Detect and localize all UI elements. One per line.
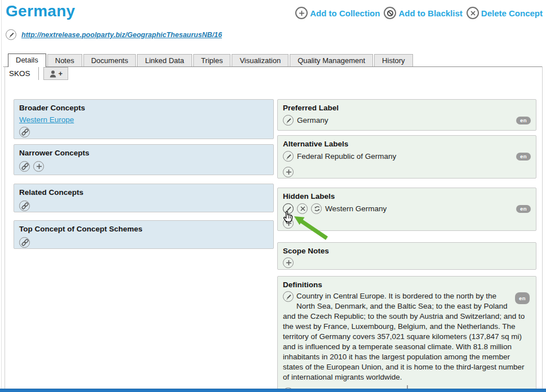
subtab-add-user[interactable]: + (43, 67, 69, 80)
definitions-title: Definitions (283, 280, 531, 289)
chain-link-icon[interactable] (19, 127, 30, 137)
definition-text: Country in Central Europe. It is bordere… (283, 292, 525, 381)
x-circle-icon[interactable] (297, 203, 308, 214)
tab-notes[interactable]: Notes (47, 54, 82, 66)
preferred-label-value: Germany (297, 116, 329, 124)
delete-concept-label: Delete Concept (481, 8, 543, 18)
x-circle-icon (467, 7, 479, 19)
add-user-plus-label: + (59, 69, 63, 78)
panel-left-border (5, 66, 5, 389)
plus-circle-icon[interactable] (283, 167, 294, 177)
tab-history[interactable]: History (374, 54, 412, 66)
convert-refresh-icon[interactable] (311, 203, 322, 214)
concept-uri-row: http://nextrelease.poolparty.biz/Geograp… (6, 29, 222, 40)
related-concepts-title: Related Concepts (19, 188, 268, 197)
sub-tabbar: SKOS + (8, 67, 68, 80)
poolparty-concept-page: Germany Add to Collection Add to Blackli… (0, 0, 546, 392)
chain-link-icon[interactable] (19, 161, 30, 172)
plus-circle-icon[interactable] (33, 161, 44, 172)
edit-pencil-icon[interactable] (283, 151, 294, 162)
main-tabbar: Details Notes Documents Linked Data Trip… (3, 54, 543, 67)
tab-linked-data[interactable]: Linked Data (137, 54, 192, 66)
hidden-label-value: Western Germany (325, 204, 387, 213)
no-entry-icon (384, 7, 396, 19)
tab-documents[interactable]: Documents (83, 54, 136, 66)
alternative-label-entry: Federal Republic of Germany en (283, 151, 531, 162)
window-left-edge (1, 0, 2, 389)
hidden-labels-panel: Hidden Labels Western Germany en (277, 188, 536, 231)
narrower-concepts-title: Narrower Concepts (19, 149, 268, 157)
add-to-collection-label: Add to Collection (310, 8, 380, 18)
bottom-scroll-bar[interactable] (0, 389, 546, 392)
tab-visualization[interactable]: Visualization (232, 54, 288, 66)
tab-quality-management[interactable]: Quality Management (290, 54, 373, 66)
preferred-label-title: Preferred Label (283, 104, 531, 112)
hidden-label-entry: Western Germany en (283, 203, 531, 214)
plus-circle-icon (295, 7, 308, 19)
alternative-labels-panel: Alternative Labels Federal Republic of G… (277, 135, 536, 179)
broader-concepts-panel: Broader Concepts Western Europe (14, 99, 274, 139)
person-icon (49, 70, 57, 78)
definitions-panel: Definitions en Country in Central Europe… (277, 276, 536, 392)
alternative-labels-title: Alternative Labels (283, 140, 531, 148)
add-to-blacklist-label: Add to Blacklist (398, 8, 462, 18)
broader-concept-link[interactable]: Western Europe (19, 115, 74, 124)
tab-triples[interactable]: Triples (193, 54, 231, 66)
top-concept-title: Top Concept of Concept Schemes (19, 225, 268, 233)
plus-circle-icon[interactable] (283, 257, 294, 268)
concept-uri-link[interactable]: http://nextrelease.poolparty.biz/Geograp… (21, 31, 222, 39)
preferred-label-panel: Preferred Label Germany en (277, 99, 536, 131)
scope-notes-panel: Scope Notes (277, 242, 536, 270)
edit-pencil-icon[interactable] (283, 115, 294, 126)
edit-pencil-icon[interactable] (283, 203, 294, 214)
add-to-collection-button[interactable]: Add to Collection (295, 7, 380, 19)
add-to-blacklist-button[interactable]: Add to Blacklist (384, 7, 462, 19)
related-concepts-panel: Related Concepts (14, 184, 274, 212)
delete-concept-button[interactable]: Delete Concept (467, 7, 543, 19)
tab-details[interactable]: Details (8, 54, 46, 67)
top-concept-panel: Top Concept of Concept Schemes (14, 220, 274, 249)
definition-entry: en Country in Central Europe. It is bord… (283, 291, 531, 382)
edit-pencil-icon[interactable] (283, 291, 294, 302)
subtab-skos[interactable]: SKOS (8, 67, 39, 80)
chain-link-icon[interactable] (19, 237, 30, 248)
panel-right-border (542, 66, 543, 389)
narrower-concepts-panel: Narrower Concepts (14, 144, 274, 175)
preferred-label-entry: Germany en (283, 115, 531, 126)
header-actions: Add to Collection Add to Blacklist Delet… (295, 7, 543, 19)
alternative-label-value: Federal Republic of Germany (297, 152, 396, 161)
hidden-labels-title: Hidden Labels (283, 192, 531, 201)
language-badge: en (516, 153, 531, 161)
page-title: Germany (6, 2, 76, 20)
language-badge: en (515, 292, 530, 304)
plus-circle-icon[interactable] (283, 218, 294, 229)
edit-uri-pencil-icon[interactable] (6, 29, 16, 40)
scope-notes-title: Scope Notes (283, 247, 531, 255)
chain-link-icon[interactable] (19, 201, 30, 211)
language-badge: en (516, 117, 531, 124)
broader-concepts-title: Broader Concepts (19, 104, 268, 112)
language-badge: en (516, 205, 531, 213)
